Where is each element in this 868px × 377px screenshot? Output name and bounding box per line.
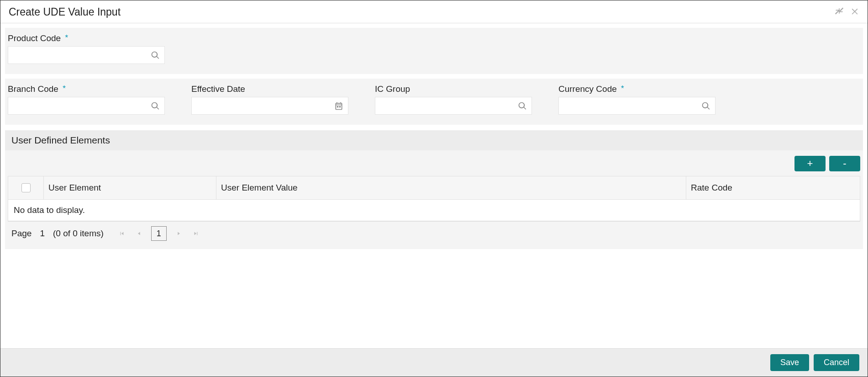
page-number[interactable]: 1 xyxy=(151,226,167,241)
currency-code-label: Currency Code * xyxy=(558,84,730,94)
required-asterisk: * xyxy=(63,84,66,93)
pager-buttons: 1 xyxy=(116,226,201,241)
search-icon[interactable] xyxy=(697,98,715,114)
calendar-icon[interactable] xyxy=(330,98,348,114)
search-icon[interactable] xyxy=(146,47,164,64)
branch-code-label: Branch Code * xyxy=(8,84,179,94)
remove-row-button[interactable]: - xyxy=(829,156,860,171)
product-code-label-text: Product Code xyxy=(8,33,61,43)
required-asterisk: * xyxy=(621,84,624,93)
page-label: Page xyxy=(11,228,32,239)
ude-toolbar: + - xyxy=(8,156,860,171)
product-code-input[interactable] xyxy=(8,47,146,64)
branch-code-field[interactable] xyxy=(8,97,165,115)
ude-table: User Element User Element Value Rate Cod… xyxy=(8,176,860,222)
current-page: 1 xyxy=(40,228,45,239)
branch-code-label-text: Branch Code xyxy=(8,84,58,94)
dialog-title: Create UDE Value Input xyxy=(9,6,121,18)
select-all-column xyxy=(8,176,44,199)
table-empty-text: No data to display. xyxy=(8,200,860,221)
first-page-icon[interactable] xyxy=(116,228,127,239)
ic-group-field[interactable] xyxy=(375,97,532,115)
currency-code-label-text: Currency Code xyxy=(558,84,617,94)
product-code-label: Product Code * xyxy=(8,33,179,43)
ic-group-input[interactable] xyxy=(375,97,513,114)
required-asterisk: * xyxy=(65,33,68,42)
product-code-field[interactable] xyxy=(8,46,165,64)
table-header: User Element User Element Value Rate Cod… xyxy=(8,176,860,200)
branch-code-input[interactable] xyxy=(8,97,146,114)
effective-date-label: Effective Date xyxy=(191,84,363,94)
dialog-actions xyxy=(835,6,859,18)
currency-code-input[interactable] xyxy=(559,97,697,114)
ude-block: + - User Element User Element Value Rate… xyxy=(5,150,863,249)
pagination: Page 1 (0 of 0 items) 1 xyxy=(8,222,860,241)
search-icon[interactable] xyxy=(513,98,531,114)
details-panel: Branch Code * Effective Date xyxy=(5,79,863,125)
close-icon[interactable] xyxy=(850,6,859,18)
select-all-checkbox[interactable] xyxy=(21,183,31,192)
col-user-element-value: User Element Value xyxy=(216,176,686,199)
prev-page-icon[interactable] xyxy=(134,228,145,239)
dialog-window: Create UDE Value Input Product Code * xyxy=(0,0,868,377)
collapse-icon[interactable] xyxy=(835,6,844,18)
dialog-body: Product Code * Branch Code * xyxy=(0,23,868,348)
ic-group-label: IC Group xyxy=(375,84,547,94)
items-text: (0 of 0 items) xyxy=(53,228,104,239)
col-user-element: User Element xyxy=(44,176,216,199)
effective-date-input[interactable] xyxy=(192,97,330,114)
cancel-button[interactable]: Cancel xyxy=(814,354,859,371)
currency-code-field[interactable] xyxy=(558,97,715,115)
dialog-header: Create UDE Value Input xyxy=(0,0,868,23)
next-page-icon[interactable] xyxy=(173,228,184,239)
last-page-icon[interactable] xyxy=(190,228,201,239)
effective-date-field[interactable] xyxy=(191,97,348,115)
dialog-footer: Save Cancel xyxy=(0,348,868,377)
search-icon[interactable] xyxy=(146,98,164,114)
product-code-panel: Product Code * xyxy=(5,28,863,74)
save-button[interactable]: Save xyxy=(770,354,809,371)
ude-section-title: User Defined Elements xyxy=(5,130,863,150)
add-row-button[interactable]: + xyxy=(794,156,826,171)
col-rate-code: Rate Code xyxy=(686,176,860,199)
